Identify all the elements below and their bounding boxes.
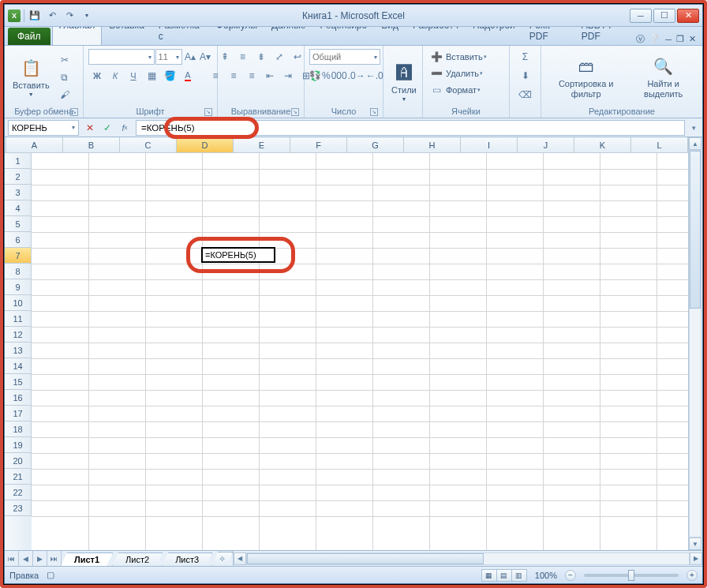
row-header-9[interactable]: 9 [5, 279, 32, 295]
cut-button[interactable]: ✂ [56, 52, 73, 68]
align-top-button[interactable]: ⇞ [216, 49, 234, 65]
column-header-G[interactable]: G [347, 137, 404, 152]
column-header-I[interactable]: I [461, 137, 518, 152]
styles-button[interactable]: 🅰 Стили ▼ [388, 60, 420, 103]
cells-area[interactable]: =КОРЕНЬ(5) [32, 153, 688, 550]
scroll-right-button[interactable]: ▶ [690, 552, 702, 565]
find-select-button[interactable]: 🔍 Найти и выделить [629, 54, 698, 99]
decrease-indent-button[interactable]: ⇤ [261, 68, 279, 84]
row-header-7[interactable]: 7 [5, 248, 32, 264]
sheet-tab-1[interactable]: Лист2 [112, 552, 163, 566]
autosum-button[interactable]: Σ [517, 49, 534, 65]
name-box[interactable]: КОРЕНЬ ▾ [8, 120, 79, 136]
column-header-D[interactable]: D [177, 137, 234, 152]
fill-color-button[interactable]: 🪣 [161, 68, 178, 84]
workbook-minimize[interactable]: ─ [665, 35, 671, 44]
sheet-nav-prev[interactable]: ◀ [19, 551, 33, 566]
shrink-font-button[interactable]: A▾ [198, 49, 212, 65]
column-header-K[interactable]: K [574, 137, 631, 152]
comma-format-button[interactable]: 000 [331, 68, 347, 84]
format-cells-button[interactable]: ▭ [428, 82, 445, 98]
align-middle-button[interactable]: ≡ [234, 49, 252, 65]
ribbon-minimize-icon[interactable]: ⓥ [636, 33, 645, 45]
enter-entry-button[interactable]: ✓ [99, 120, 115, 136]
help-icon[interactable]: ❔ [649, 34, 660, 44]
number-format-combo[interactable]: Общий▾ [309, 49, 380, 65]
horizontal-scrollbar[interactable]: ◀ ▶ [233, 551, 702, 566]
row-header-4[interactable]: 4 [5, 200, 32, 216]
copy-button[interactable]: ⧉ [56, 69, 73, 85]
normal-view-button[interactable]: ▦ [481, 569, 497, 582]
align-left-button[interactable]: ≡ [207, 68, 224, 84]
row-header-1[interactable]: 1 [5, 153, 32, 169]
row-header-8[interactable]: 8 [5, 264, 32, 279]
bold-button[interactable]: Ж [88, 68, 106, 84]
border-button[interactable]: ▦ [143, 68, 160, 84]
column-header-E[interactable]: E [234, 137, 290, 152]
row-header-21[interactable]: 21 [5, 469, 32, 485]
column-header-C[interactable]: C [120, 137, 177, 152]
accounting-format-button[interactable]: 💱 [309, 68, 321, 84]
sheet-tab-2[interactable]: Лист3 [162, 552, 212, 566]
fill-button[interactable]: ⬇ [517, 68, 534, 84]
workbook-close[interactable]: ✕ [689, 34, 696, 44]
row-header-14[interactable]: 14 [5, 358, 32, 374]
underline-button[interactable]: Ч [125, 68, 142, 84]
font-color-button[interactable]: A [179, 68, 196, 84]
zoom-slider[interactable] [584, 574, 679, 577]
hscroll-thumb[interactable] [247, 553, 484, 564]
name-box-dropdown[interactable]: ▾ [72, 124, 75, 131]
number-launcher[interactable]: ↘ [370, 108, 378, 116]
column-header-J[interactable]: J [518, 137, 574, 152]
qat-customize[interactable]: ▾ [80, 9, 94, 23]
sheet-nav-next[interactable]: ▶ [33, 551, 47, 566]
macro-record-icon[interactable]: ▢ [47, 570, 54, 580]
file-tab[interactable]: Файл [8, 28, 50, 45]
close-button[interactable]: ✕ [677, 9, 699, 23]
worksheet-grid[interactable]: ABCDEFGHIJKL 123456789101112131415161718… [5, 137, 688, 550]
scroll-left-button[interactable]: ◀ [234, 552, 246, 565]
orientation-button[interactable]: ⤢ [271, 49, 288, 65]
font-launcher[interactable]: ↘ [204, 108, 212, 116]
column-header-A[interactable]: A [6, 137, 63, 152]
row-header-22[interactable]: 22 [5, 485, 32, 500]
vertical-scrollbar[interactable]: ▲ ▼ [688, 137, 702, 550]
maximize-button[interactable]: ☐ [653, 9, 675, 23]
grow-font-button[interactable]: A▴ [183, 49, 197, 65]
font-size-combo[interactable]: 11▾ [155, 49, 182, 65]
formula-input[interactable] [136, 120, 685, 136]
zoom-level[interactable]: 100% [535, 571, 557, 580]
clipboard-launcher[interactable]: ↘ [70, 108, 78, 116]
column-header-B[interactable]: B [63, 137, 120, 152]
row-header-11[interactable]: 11 [5, 311, 32, 327]
undo-button[interactable]: ↶ [45, 9, 59, 23]
row-header-2[interactable]: 2 [5, 169, 32, 185]
clear-button[interactable]: ⌫ [517, 87, 534, 103]
row-header-20[interactable]: 20 [5, 453, 32, 469]
row-header-3[interactable]: 3 [5, 185, 32, 200]
column-header-F[interactable]: F [290, 137, 347, 152]
row-header-13[interactable]: 13 [5, 343, 32, 358]
zoom-out-button[interactable]: − [565, 570, 576, 581]
row-header-10[interactable]: 10 [5, 295, 32, 311]
row-header-19[interactable]: 19 [5, 437, 32, 453]
workbook-restore[interactable]: ❐ [676, 34, 684, 44]
font-name-combo[interactable]: ▾ [88, 49, 155, 65]
redo-button[interactable]: ↷ [62, 9, 77, 23]
sheet-tab-0[interactable]: Лист1 [61, 552, 113, 566]
row-header-15[interactable]: 15 [5, 374, 32, 390]
vscroll-thumb[interactable] [690, 151, 701, 309]
align-bottom-button[interactable]: ⇟ [252, 49, 270, 65]
zoom-in-button[interactable]: + [686, 570, 698, 581]
active-cell[interactable]: =КОРЕНЬ(5) [201, 247, 275, 263]
page-break-view-button[interactable]: ▥ [511, 569, 527, 582]
increase-decimal-button[interactable]: .0→ [348, 68, 365, 84]
decrease-decimal-button[interactable]: ←.0 [366, 68, 383, 84]
wrap-text-button[interactable]: ↩ [289, 49, 306, 65]
row-header-18[interactable]: 18 [5, 421, 32, 437]
align-center-button[interactable]: ≡ [225, 68, 242, 84]
column-header-L[interactable]: L [631, 137, 688, 152]
sheet-nav-last[interactable]: ⏭ [47, 551, 62, 566]
minimize-button[interactable]: ─ [630, 9, 652, 23]
sort-filter-button[interactable]: 🗃 Сортировка и фильтр [546, 54, 626, 99]
